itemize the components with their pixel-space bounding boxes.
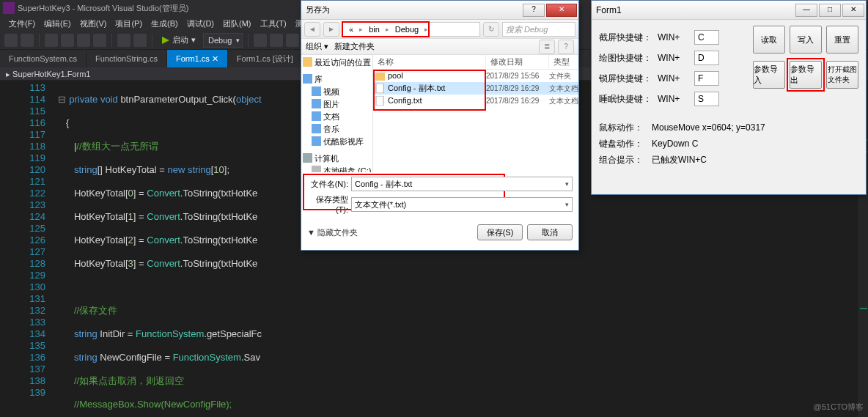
list-header[interactable]: 名称 修改日期 类型 xyxy=(373,55,578,70)
import-button[interactable]: 参数导入 xyxy=(753,61,785,89)
vs-logo-icon xyxy=(3,2,15,14)
col-name[interactable]: 名称 xyxy=(373,55,486,69)
tab-functionstring[interactable]: FunctionString.cs xyxy=(87,50,167,67)
svg-marker-0 xyxy=(162,37,169,44)
hotkey-label: 绘图快捷键： xyxy=(599,52,658,64)
list-row[interactable]: pool 2017/8/29 15:56文件夹 xyxy=(373,70,578,82)
save-button[interactable]: 保存(S) xyxy=(477,224,523,240)
list-row[interactable]: Config - 副本.txt 2017/8/29 16:29文本文档 xyxy=(373,82,578,95)
svg-rect-7 xyxy=(312,136,321,146)
tree-music[interactable]: 音乐 xyxy=(301,123,372,136)
key-label: 键盘动作： xyxy=(599,138,652,150)
nav-fwd-icon[interactable] xyxy=(21,34,34,47)
help-button[interactable]: ? xyxy=(523,4,545,17)
tab-form1-cs[interactable]: Form1.cs ✕ xyxy=(167,50,228,67)
filetype-combo[interactable]: 文本文件(*.txt) xyxy=(351,197,573,212)
close-button[interactable]: ✕ xyxy=(842,4,864,17)
menu-team[interactable]: 团队(M) xyxy=(218,16,256,31)
start-debug-button[interactable]: 启动 ▾ xyxy=(158,34,200,45)
svg-rect-9 xyxy=(312,166,321,172)
read-button[interactable]: 读取 xyxy=(753,26,785,53)
maximize-button[interactable]: □ xyxy=(819,4,841,17)
reset-button[interactable]: 重置 xyxy=(826,26,858,53)
new-project-icon[interactable] xyxy=(45,34,58,47)
open-file-icon[interactable] xyxy=(61,34,74,47)
export-button[interactable]: 参数导出 xyxy=(790,61,822,89)
filename-label: 文件名(N): xyxy=(307,179,351,190)
hotkey-input-screenshot[interactable] xyxy=(694,30,719,45)
cancel-button[interactable]: 取消 xyxy=(527,224,573,240)
hotkey-input-sleep[interactable] xyxy=(694,92,719,106)
menu-edit[interactable]: 编辑(E) xyxy=(40,16,76,31)
play-icon xyxy=(162,37,169,44)
vs-title-text: SuperHotKey3 - Microsoft Visual Studio(管… xyxy=(18,4,188,12)
saveas-bottom: 文件名(N): Config - 副本.txt 保存类型(T): 文本文件(*.… xyxy=(301,172,578,221)
tree-picture[interactable]: 图片 xyxy=(301,98,372,111)
music-icon xyxy=(312,124,321,133)
hide-folders-link[interactable]: ▼ 隐藏文件夹 xyxy=(307,227,358,238)
svg-rect-12 xyxy=(376,96,383,106)
undo-icon[interactable] xyxy=(117,34,130,47)
search-input[interactable]: 搜索 Debug xyxy=(502,22,575,37)
hotkey-label: 锁屏快捷键： xyxy=(599,73,658,85)
file-icon xyxy=(375,96,385,106)
combo-value: 已触发WIN+C xyxy=(652,154,707,166)
hotkey-input-lock[interactable] xyxy=(694,71,719,86)
nav-fwd-button[interactable]: ► xyxy=(323,22,339,37)
tree-computer[interactable]: 计算机 xyxy=(301,152,372,165)
tree-recent[interactable]: 最近访问的位置 xyxy=(301,56,372,69)
save-icon[interactable] xyxy=(77,34,90,47)
save-all-icon[interactable] xyxy=(93,34,106,47)
open-folder-button[interactable]: 打开截图 文件夹 xyxy=(826,61,858,89)
filename-input[interactable]: Config - 副本.txt xyxy=(351,177,573,191)
video-icon xyxy=(312,86,321,96)
tree-library[interactable]: 库 xyxy=(301,73,372,86)
file-list[interactable]: 名称 修改日期 类型 pool 2017/8/29 15:56文件夹 Confi… xyxy=(373,55,578,172)
svg-rect-4 xyxy=(312,99,321,108)
tool-icon-2[interactable] xyxy=(270,34,283,47)
saveas-navbar: ◄ ► «▸ bin▸ Debug▸ ↻ 搜索 Debug xyxy=(301,20,578,39)
redo-icon[interactable] xyxy=(133,34,147,47)
svg-rect-11 xyxy=(376,84,383,93)
tab-functionsystem[interactable]: FunctionSystem.cs xyxy=(0,50,87,67)
tree-video[interactable]: 视频 xyxy=(301,86,372,98)
tree-youku[interactable]: 优酷影视库 xyxy=(301,136,372,148)
col-type[interactable]: 类型 xyxy=(549,55,578,69)
nav-back-icon[interactable] xyxy=(4,34,18,47)
list-row[interactable]: Config.txt 2017/8/29 16:29文本文档 xyxy=(373,95,578,107)
tool-icon-3[interactable] xyxy=(286,34,299,47)
nav-back-button[interactable]: ◄ xyxy=(304,22,320,37)
tree-disk-c[interactable]: 本地磁盘 (C:) xyxy=(301,165,372,172)
col-date[interactable]: 修改日期 xyxy=(486,55,549,69)
menu-file[interactable]: 文件(F) xyxy=(4,16,40,31)
tab-form1-design[interactable]: Form1.cs [设计] xyxy=(228,50,303,67)
menu-build[interactable]: 生成(B) xyxy=(147,16,183,31)
help-icon[interactable]: ? xyxy=(558,40,574,54)
status-panel: 鼠标动作：MouseMove x=0604; y=0317 键盘动作：KeyDo… xyxy=(599,119,858,168)
combo-label: 组合提示： xyxy=(599,154,652,166)
svg-rect-3 xyxy=(312,86,321,96)
config-combo[interactable]: Debug xyxy=(203,33,243,48)
view-button[interactable]: ≣ xyxy=(539,40,555,54)
minimize-button[interactable]: — xyxy=(795,4,817,17)
svg-rect-2 xyxy=(303,74,312,84)
write-button[interactable]: 写入 xyxy=(790,26,822,53)
form1-title: Form1 xyxy=(596,5,622,15)
saveas-titlebar[interactable]: 另存为 ? ✕ xyxy=(301,1,578,20)
tool-icon-1[interactable] xyxy=(254,34,267,47)
folder-tree[interactable]: 最近访问的位置 库 视频 图片 文档 音乐 优酷影视库 计算机 本地磁盘 (C:… xyxy=(301,55,373,172)
hotkey-label: 睡眠快捷键： xyxy=(599,93,658,106)
menu-project[interactable]: 项目(P) xyxy=(111,16,147,31)
menu-debug[interactable]: 调试(D) xyxy=(183,16,218,31)
tree-doc[interactable]: 文档 xyxy=(301,111,372,123)
hotkey-input-draw[interactable] xyxy=(694,51,719,65)
menu-view[interactable]: 视图(V) xyxy=(76,16,111,31)
form1-window: Form1 — □ ✕ 截屏快捷键：WIN+ 绘图快捷键：WIN+ 锁屏快捷键：… xyxy=(591,0,867,195)
new-folder-button[interactable]: 新建文件夹 xyxy=(334,41,375,52)
organize-button[interactable]: 组织 ▾ xyxy=(306,41,328,52)
close-button[interactable]: ✕ xyxy=(546,4,577,17)
refresh-button[interactable]: ↻ xyxy=(483,22,499,37)
menu-tools[interactable]: 工具(T) xyxy=(256,16,291,31)
breadcrumb[interactable]: «▸ bin▸ Debug▸ xyxy=(342,22,480,37)
form1-titlebar[interactable]: Form1 — □ ✕ xyxy=(592,1,866,20)
